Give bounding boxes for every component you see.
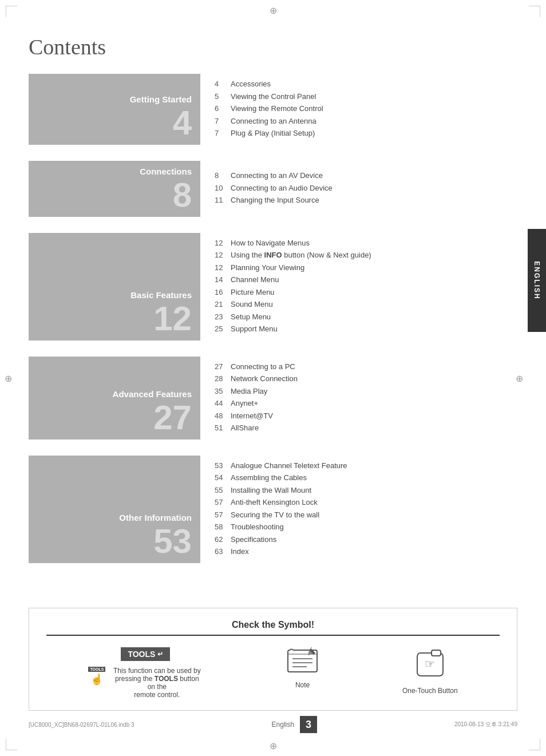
item-page: 12 [215,262,231,274]
section-items-connections: 8Connecting to an AV Device10Connecting … [200,161,517,217]
footer-page-number: 3 [300,716,317,733]
section-label-basic-features: Basic Features12 [29,233,200,341]
tools-description-block: TOOLS ☝ This function can be used bypres… [88,667,203,699]
list-item: 14Channel Menu [215,274,512,286]
section-getting-started: Getting Started44Accessories5Viewing the… [29,74,517,145]
list-item: 35Media Play [215,386,512,397]
item-desc: Index [231,546,512,557]
tools-label: TOOLS [128,650,155,659]
item-desc: Network Connection [231,373,512,385]
list-item: 12Planning Your Viewing [215,262,512,274]
tools-hand-icon: ☝ [90,673,103,686]
item-desc: Channel Menu [231,274,512,286]
list-item: 16Picture Menu [215,287,512,298]
item-desc: Picture Menu [231,287,512,298]
note-label: Note [295,681,310,689]
list-item: 12How to Navigate Menus [215,238,512,249]
list-item: 63Index [215,546,512,557]
corner-mark-br [529,739,540,750]
section-advanced-features: Advanced Features2727Connecting to a PC2… [29,357,517,440]
footer-english: English [272,721,294,729]
corner-mark-tr [529,6,540,17]
item-page: 57 [215,509,231,521]
page-footer: [UC8000_XC]BN68-02697L-01L06.indb 3 Engl… [0,716,546,733]
list-item: 25Support Menu [215,323,512,335]
section-number-basic-features: 12 [153,302,192,336]
item-page: 54 [215,472,231,484]
item-page: 14 [215,274,231,286]
item-desc: Troubleshooting [231,521,512,533]
item-desc: Viewing the Control Panel [231,91,512,102]
symbol-box-title: Check the Symbol! [46,620,500,636]
onetouch-symbol-item: ☞ One-Touch Button [402,647,458,695]
english-sidebar: ENGLISH [528,229,546,332]
list-item: 53Analogue Channel Teletext Feature [215,460,512,472]
item-page: 12 [215,250,231,261]
onetouch-icon: ☞ [414,647,446,681]
section-name-basic-features: Basic Features [130,290,192,300]
svg-line-0 [311,647,312,648]
item-page: 11 [215,195,231,206]
item-desc: Securing the TV to the wall [231,509,512,521]
section-number-connections: 8 [173,178,192,212]
item-page: 4 [215,78,231,90]
item-page: 23 [215,311,231,323]
list-item: 51AllShare [215,422,512,434]
list-item: 23Setup Menu [215,311,512,323]
item-page: 51 [215,422,231,434]
note-symbol-item: Note [287,647,318,689]
top-crosshair: ⊕ [267,5,279,16]
item-page: 7 [215,128,231,139]
item-desc: Sound Menu [231,299,512,310]
item-desc: Analogue Channel Teletext Feature [231,460,512,472]
item-desc: Using the INFO button (Now & Next guide) [231,250,512,261]
section-items-other-information: 53Analogue Channel Teletext Feature54Ass… [200,456,517,563]
list-item: 8Connecting to an AV Device [215,170,512,181]
list-item: 7Plug & Play (Initial Setup) [215,128,512,139]
item-desc: Support Menu [231,323,512,335]
list-item: 48Internet@TV [215,410,512,422]
section-number-advanced-features: 27 [153,401,192,435]
tools-small-badge: TOOLS [88,667,105,672]
item-page: 7 [215,116,231,127]
tools-symbol-item: TOOLS ↵ TOOLS ☝ This function can be use… [88,647,203,699]
item-page: 63 [215,546,231,557]
item-desc: Installing the Wall Mount [231,485,512,496]
tools-icon-symbol: ↵ [157,650,163,658]
item-desc: Connecting to an Antenna [231,116,512,127]
corner-mark-tl [6,6,17,17]
bottom-crosshair: ⊕ [270,741,277,751]
item-desc: Anti-theft Kensington Lock [231,497,512,508]
section-number-other-information: 53 [153,524,192,559]
list-item: 6Viewing the Remote Control [215,103,512,114]
list-item: 10Connecting to an Audio Device [215,183,512,194]
item-page: 6 [215,103,231,114]
item-desc: Anynet+ [231,398,512,409]
item-page: 28 [215,373,231,385]
toc-container: Getting Started44Accessories5Viewing the… [29,74,517,579]
item-page: 35 [215,386,231,397]
section-name-getting-started: Getting Started [130,94,192,105]
svg-text:☞: ☞ [425,658,435,670]
item-page: 57 [215,497,231,508]
page-title: Contents [29,34,517,60]
item-desc: Internet@TV [231,410,512,422]
onetouch-label: One-Touch Button [402,687,458,695]
list-item: 57Anti-theft Kensington Lock [215,497,512,508]
tools-small-icon: TOOLS ☝ [88,667,105,687]
item-page: 58 [215,521,231,533]
list-item: 28Network Connection [215,373,512,385]
section-items-getting-started: 4Accessories5Viewing the Control Panel6V… [200,74,517,145]
item-page: 55 [215,485,231,496]
tools-icon: TOOLS ↵ [121,647,170,661]
item-page: 25 [215,323,231,335]
footer-file-info: [UC8000_XC]BN68-02697L-01L06.indb 3 [29,722,134,728]
item-desc: Viewing the Remote Control [231,103,512,114]
section-label-connections: Connections8 [29,161,200,217]
item-page: 10 [215,183,231,194]
item-desc: AllShare [231,422,512,434]
item-desc: Media Play [231,386,512,397]
item-desc: Specifications [231,534,512,545]
item-desc: Planning Your Viewing [231,262,512,274]
item-desc: Connecting to a PC [231,361,512,373]
